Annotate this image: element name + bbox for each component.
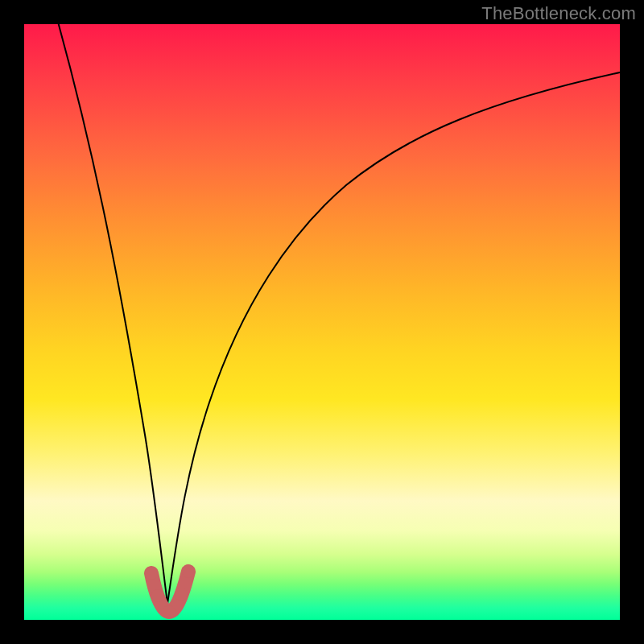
- watermark-text: TheBottleneck.com: [481, 3, 636, 24]
- highlight-dot: [175, 588, 188, 601]
- highlight-dot: [145, 567, 158, 580]
- curve-right-branch: [167, 72, 620, 604]
- plot-area: [24, 24, 620, 620]
- highlight-dot: [182, 565, 195, 578]
- highlight-dot: [163, 605, 175, 618]
- chart-stage: TheBottleneck.com: [0, 0, 644, 644]
- highlight-dot: [151, 589, 164, 602]
- curve-left-branch: [56, 24, 167, 604]
- curve-layer: [24, 24, 620, 620]
